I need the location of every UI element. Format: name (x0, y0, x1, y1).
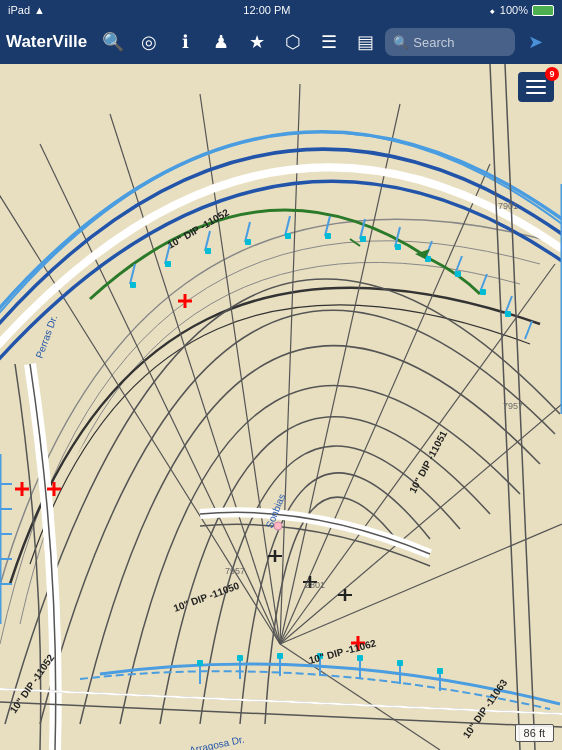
folder-button[interactable]: ▤ (349, 26, 381, 58)
svg-rect-61 (437, 668, 443, 674)
scale-bar: 86 ft (515, 724, 554, 742)
info-button[interactable]: ℹ (169, 26, 201, 58)
svg-text:7901: 7901 (498, 201, 518, 211)
svg-text:7957: 7957 (503, 401, 523, 411)
search-circle-button[interactable]: 🔍 (97, 26, 129, 58)
svg-rect-57 (277, 653, 283, 659)
wifi-icon: ▲ (34, 4, 45, 16)
battery-icon (532, 5, 554, 16)
svg-rect-47 (285, 233, 291, 239)
svg-rect-55 (197, 660, 203, 666)
person-button[interactable]: ♟ (205, 26, 237, 58)
svg-rect-56 (237, 655, 243, 661)
svg-rect-44 (165, 261, 171, 267)
svg-rect-50 (395, 244, 401, 250)
navigation-button[interactable]: ➤ (519, 26, 551, 58)
svg-rect-59 (357, 655, 363, 661)
svg-rect-53 (480, 289, 486, 295)
menu-badge: 9 (545, 67, 559, 81)
svg-text:7957: 7957 (225, 566, 245, 576)
search-input[interactable] (413, 35, 507, 50)
svg-rect-60 (397, 660, 403, 666)
svg-rect-54 (505, 311, 511, 317)
svg-rect-49 (360, 236, 366, 242)
stack-button[interactable]: ⬡ (277, 26, 309, 58)
menu-bar-3 (526, 92, 546, 94)
battery-label: 100% (500, 4, 528, 16)
time-label: 12:00 PM (243, 4, 290, 16)
svg-rect-45 (205, 248, 211, 254)
toolbar: WaterVille 🔍 ◎ ℹ ♟ ★ ⬡ ☰ ▤ 🔍 ➤ (0, 20, 562, 64)
search-icon: 🔍 (393, 35, 409, 50)
star-button[interactable]: ★ (241, 26, 273, 58)
map-svg: 10" DIP -11052 10" DIP -11051 10" DIP -1… (0, 64, 562, 750)
menu-bar-2 (526, 86, 546, 88)
map-container[interactable]: 10" DIP -11052 10" DIP -11051 10" DIP -1… (0, 64, 562, 750)
menu-bar-1 (526, 80, 546, 82)
svg-rect-43 (130, 282, 136, 288)
document-button[interactable]: ☰ (313, 26, 345, 58)
bluetooth-icon: ⬥ (489, 4, 496, 16)
layers-button[interactable]: ◎ (133, 26, 165, 58)
status-bar: iPad ▲ 12:00 PM ⬥ 100% (0, 0, 562, 20)
svg-rect-46 (245, 239, 251, 245)
app-title: WaterVille (6, 32, 87, 52)
svg-text:2801: 2801 (305, 580, 325, 590)
svg-rect-52 (455, 271, 461, 277)
scale-label: 86 ft (524, 727, 545, 739)
search-box[interactable]: 🔍 (385, 28, 515, 56)
carrier-label: iPad (8, 4, 30, 16)
svg-rect-48 (325, 233, 331, 239)
menu-button[interactable]: 9 (518, 72, 554, 102)
